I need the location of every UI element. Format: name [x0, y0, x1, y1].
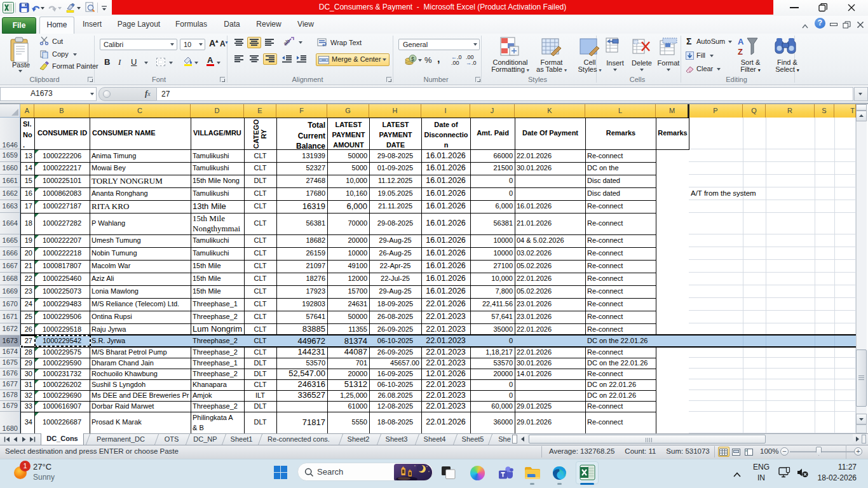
svg-text:Z: Z	[738, 47, 743, 57]
svg-text:$: $	[411, 56, 414, 62]
svg-text:A: A	[738, 37, 744, 46]
